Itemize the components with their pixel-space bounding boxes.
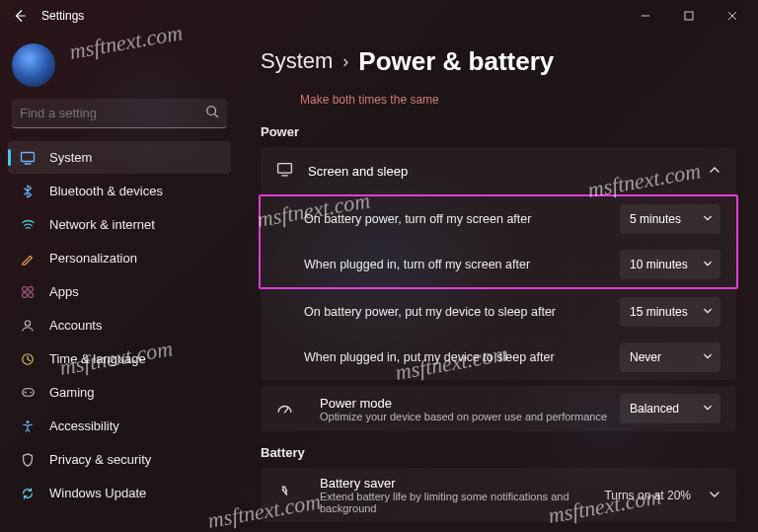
battery-saver-row[interactable]: Battery saver Extend battery life by lim…: [261, 468, 736, 522]
screen-icon: [276, 161, 294, 182]
nav-label: Accessibility: [49, 418, 119, 433]
back-button[interactable]: [4, 0, 36, 32]
nav-accounts[interactable]: Accounts: [8, 309, 231, 342]
nav-personalization[interactable]: Personalization: [8, 242, 231, 274]
power-mode-dropdown[interactable]: Balanced: [620, 394, 720, 423]
chevron-down-icon: [703, 350, 713, 364]
personalization-icon: [20, 251, 36, 266]
apps-icon: [20, 284, 36, 300]
nav-network[interactable]: Network & internet: [8, 208, 231, 241]
nav-time-language[interactable]: Time & language: [8, 342, 231, 375]
nav-label: Windows Update: [49, 486, 146, 500]
battery-saver-icon: [276, 485, 294, 505]
screen-off-plugged-row: When plugged in, turn off my screen afte…: [261, 242, 736, 287]
sleep-plugged-row: When plugged in, put my device to sleep …: [261, 335, 736, 380]
chevron-down-icon: [703, 258, 713, 271]
svg-rect-9: [22, 389, 33, 397]
gaming-icon: [20, 385, 36, 401]
sidebar: System Bluetooth & devices Network & int…: [0, 32, 239, 532]
chevron-up-icon: [709, 162, 720, 180]
svg-rect-6: [29, 292, 33, 296]
battery-saver-subtitle: Extend battery life by limiting some not…: [320, 491, 592, 514]
chevron-down-icon: [703, 305, 713, 319]
nav-windows-update[interactable]: Windows Update: [8, 477, 231, 509]
nav-gaming[interactable]: Gaming: [8, 376, 231, 409]
nav-system[interactable]: System: [8, 141, 231, 174]
close-button[interactable]: [711, 2, 754, 30]
battery-saver-title: Battery saver: [320, 476, 592, 491]
nav-accessibility[interactable]: Accessibility: [8, 410, 231, 442]
power-mode-row[interactable]: Power mode Optimize your device based on…: [261, 386, 736, 431]
network-icon: [20, 217, 36, 233]
screen-and-sleep-header[interactable]: Screen and sleep: [261, 147, 736, 194]
row-label: When plugged in, turn off my screen afte…: [304, 258, 608, 271]
make-both-same-link[interactable]: Make both times the same: [300, 93, 736, 107]
power-mode-title: Power mode: [320, 396, 608, 411]
sleep-battery-row: On battery power, put my device to sleep…: [261, 289, 736, 335]
svg-rect-3: [23, 286, 27, 290]
nav-label: Accounts: [49, 318, 102, 333]
svg-rect-2: [22, 152, 35, 161]
nav-bluetooth[interactable]: Bluetooth & devices: [8, 175, 231, 207]
svg-rect-4: [29, 286, 33, 290]
breadcrumb-root[interactable]: System: [261, 48, 333, 74]
maximize-button[interactable]: [667, 2, 711, 30]
svg-rect-0: [685, 12, 693, 20]
breadcrumb-current: Power & battery: [358, 46, 554, 77]
battery-saver-card: Battery saver Extend battery life by lim…: [261, 468, 736, 522]
power-mode-card: Power mode Optimize your device based on…: [261, 386, 736, 431]
chevron-down-icon: [709, 487, 720, 504]
chevron-down-icon: [703, 212, 713, 226]
sleep-plugged-dropdown[interactable]: Never: [620, 342, 720, 372]
bluetooth-icon: [20, 184, 36, 199]
update-icon: [20, 486, 36, 501]
nav-label: Network & internet: [49, 217, 155, 232]
accounts-icon: [20, 318, 36, 334]
breadcrumb: System › Power & battery: [261, 39, 736, 83]
search-input[interactable]: [20, 106, 205, 120]
svg-point-10: [30, 392, 32, 394]
nav-label: Bluetooth & devices: [49, 184, 163, 198]
svg-rect-5: [23, 292, 27, 296]
avatar: [12, 43, 55, 87]
nav: System Bluetooth & devices Network & int…: [0, 138, 239, 532]
app-title: Settings: [41, 9, 84, 23]
card-title: Screen and sleep: [308, 164, 709, 179]
minimize-button[interactable]: [624, 2, 667, 30]
nav-label: Privacy & security: [49, 452, 151, 467]
svg-rect-12: [278, 163, 292, 173]
row-label: When plugged in, put my device to sleep …: [304, 350, 608, 364]
power-mode-icon: [276, 399, 294, 419]
screen-and-sleep-card: Screen and sleep On battery power, turn …: [261, 147, 736, 380]
system-icon: [20, 150, 36, 166]
nav-apps[interactable]: Apps: [8, 275, 231, 308]
search-box[interactable]: [12, 99, 227, 128]
accessibility-icon: [20, 418, 36, 434]
svg-point-7: [25, 320, 30, 325]
svg-point-11: [27, 420, 30, 423]
section-battery: Battery: [261, 445, 736, 460]
svg-point-1: [207, 106, 216, 114]
screen-off-battery-row: On battery power, turn off my screen aft…: [261, 196, 736, 242]
screen-off-plugged-dropdown[interactable]: 10 minutes: [620, 250, 720, 279]
nav-label: Time & language: [49, 351, 146, 366]
battery-saver-status: Turns on at 20%: [604, 489, 691, 502]
nav-privacy[interactable]: Privacy & security: [8, 443, 231, 476]
highlight-box: On battery power, turn off my screen aft…: [259, 194, 738, 289]
row-label: On battery power, put my device to sleep…: [304, 305, 608, 319]
power-mode-subtitle: Optimize your device based on power use …: [320, 411, 608, 422]
titlebar: Settings: [0, 0, 758, 32]
sleep-battery-dropdown[interactable]: 15 minutes: [620, 297, 720, 327]
chevron-right-icon: ›: [342, 51, 348, 72]
nav-label: Personalization: [49, 251, 137, 266]
content: System › Power & battery Make both times…: [239, 32, 758, 532]
nav-label: Apps: [49, 284, 79, 299]
privacy-icon: [20, 452, 36, 468]
section-power: Power: [261, 124, 736, 139]
row-label: On battery power, turn off my screen aft…: [304, 212, 608, 226]
time-icon: [20, 351, 36, 367]
user-row[interactable]: [12, 41, 227, 89]
screen-off-battery-dropdown[interactable]: 5 minutes: [620, 204, 720, 234]
search-icon: [205, 105, 219, 122]
chevron-down-icon: [703, 402, 713, 416]
